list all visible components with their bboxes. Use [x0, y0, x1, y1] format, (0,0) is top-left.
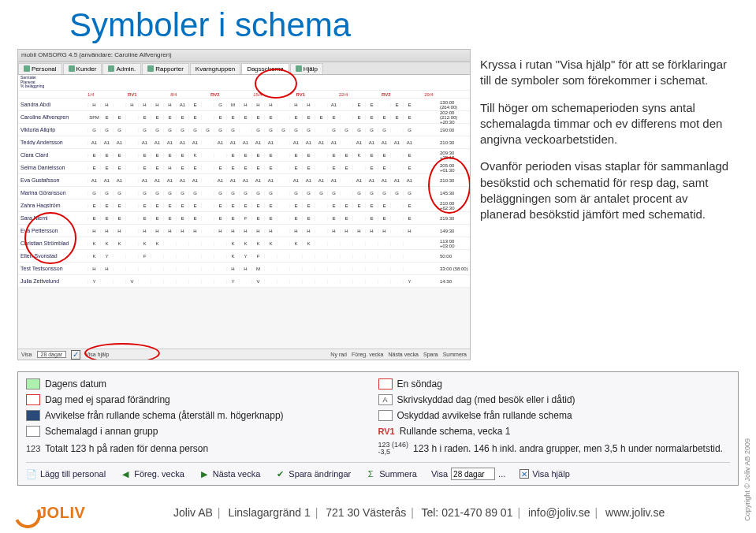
schema-cell[interactable]: E — [88, 153, 100, 158]
schema-cell[interactable]: G — [289, 191, 302, 196]
schema-cell[interactable] — [378, 241, 390, 246]
schema-cell[interactable]: E — [100, 153, 113, 158]
schema-cell[interactable] — [390, 254, 403, 259]
schema-cell[interactable]: H — [264, 102, 277, 107]
schema-cell[interactable]: E — [100, 115, 113, 120]
schema-cell[interactable]: E — [214, 216, 226, 221]
schema-cell[interactable]: G — [327, 191, 340, 196]
schema-cell[interactable]: E — [327, 216, 340, 221]
schema-cell[interactable] — [327, 279, 340, 284]
schema-cell[interactable]: E — [390, 115, 403, 120]
schema-cell[interactable] — [201, 241, 214, 246]
schema-cell[interactable] — [113, 266, 125, 271]
schema-cell[interactable]: G — [188, 191, 201, 196]
schema-cell[interactable]: A1 — [403, 140, 415, 145]
schema-cell[interactable]: E — [188, 203, 201, 208]
schema-cell[interactable] — [277, 166, 289, 170]
schema-cell[interactable]: G — [264, 191, 277, 196]
schema-cell[interactable] — [125, 266, 138, 271]
schema-cell[interactable]: A1 — [378, 140, 390, 145]
tab-rapporter[interactable]: Rapporter — [142, 63, 189, 74]
schema-cell[interactable]: H — [302, 102, 315, 107]
tab-hjalp[interactable]: Hjälp — [290, 63, 323, 74]
schema-cell[interactable]: E — [251, 203, 264, 208]
schema-cell[interactable]: F — [138, 254, 151, 259]
schema-cell[interactable]: H — [239, 229, 251, 233]
schema-cell[interactable]: H — [88, 229, 100, 233]
schema-cell[interactable]: A1 — [251, 178, 264, 183]
schema-cell[interactable] — [277, 279, 289, 284]
schema-cell[interactable] — [201, 279, 214, 284]
schema-cell[interactable]: K — [100, 241, 113, 246]
schema-cell[interactable] — [277, 102, 289, 107]
schema-cell[interactable]: E — [289, 203, 302, 208]
schema-cell[interactable] — [201, 191, 214, 196]
schema-cell[interactable]: E — [264, 166, 277, 170]
schema-cell[interactable] — [340, 178, 352, 183]
schema-cell[interactable]: G — [88, 128, 100, 132]
schema-cell[interactable]: E — [315, 115, 327, 120]
schema-cell[interactable] — [239, 128, 251, 132]
schema-cell[interactable]: A1 — [365, 140, 378, 145]
schema-cell[interactable] — [390, 203, 403, 208]
schema-cell[interactable]: E — [226, 166, 239, 170]
schema-cell[interactable]: M — [226, 102, 239, 107]
schema-cell[interactable] — [239, 279, 251, 284]
schema-cell[interactable]: E — [113, 203, 125, 208]
schema-cell[interactable] — [201, 229, 214, 233]
schema-cell[interactable] — [315, 203, 327, 208]
schema-cell[interactable]: E — [226, 153, 239, 158]
schema-cell[interactable] — [390, 166, 403, 170]
schema-cell[interactable]: H — [327, 229, 340, 233]
schema-cell[interactable] — [264, 279, 277, 284]
schema-cell[interactable]: H — [125, 102, 138, 107]
schema-cell[interactable]: G — [226, 191, 239, 196]
schema-cell[interactable]: E — [214, 115, 226, 120]
save-button[interactable]: ✔ Spara ändringar — [274, 468, 351, 479]
schema-cell[interactable]: H — [239, 102, 251, 107]
schema-cell[interactable] — [176, 266, 188, 271]
summera-button[interactable]: Summera — [443, 352, 467, 357]
schema-cell[interactable] — [151, 266, 163, 271]
schema-cell[interactable]: A1 — [100, 140, 113, 145]
schema-cell[interactable]: A1 — [113, 178, 125, 183]
schema-cell[interactable] — [302, 279, 315, 284]
schema-cell[interactable]: E — [100, 216, 113, 221]
schema-cell[interactable]: K — [226, 254, 239, 259]
schema-cell[interactable]: E — [214, 166, 226, 170]
schema-cell[interactable]: E — [365, 102, 378, 107]
schema-cell[interactable]: A1 — [214, 178, 226, 183]
schema-cell[interactable]: A1 — [302, 178, 315, 183]
schema-cell[interactable]: K — [226, 241, 239, 246]
schema-cell[interactable]: E — [151, 153, 163, 158]
schema-cell[interactable]: G — [214, 128, 226, 132]
schema-cell[interactable] — [315, 266, 327, 271]
schema-cell[interactable]: E — [302, 203, 315, 208]
schema-cell[interactable]: H — [138, 102, 151, 107]
schema-cell[interactable] — [277, 241, 289, 246]
schema-cell[interactable] — [365, 241, 378, 246]
schema-cell[interactable]: A1 — [302, 140, 315, 145]
schema-cell[interactable]: A1 — [88, 140, 100, 145]
schema-cell[interactable]: E — [188, 166, 201, 170]
schema-cell[interactable]: G — [239, 191, 251, 196]
schema-cell[interactable]: A1 — [214, 140, 226, 145]
schema-cell[interactable] — [201, 166, 214, 170]
schema-cell[interactable]: SFM — [88, 115, 100, 120]
schema-cell[interactable]: E — [302, 166, 315, 170]
schema-cell[interactable] — [201, 140, 214, 145]
schema-cell[interactable]: A1 — [226, 178, 239, 183]
schema-cell[interactable]: A1 — [88, 178, 100, 183]
schema-cell[interactable]: A1 — [289, 140, 302, 145]
schema-cell[interactable] — [188, 279, 201, 284]
add-personal-button[interactable]: 📄 Lägg till personal — [26, 468, 106, 479]
schema-cell[interactable]: H — [251, 229, 264, 233]
schema-cell[interactable] — [201, 115, 214, 120]
schema-cell[interactable]: E — [403, 115, 415, 120]
schema-cell[interactable]: E — [264, 203, 277, 208]
schema-cell[interactable] — [138, 266, 151, 271]
schema-cell[interactable]: A1 — [226, 140, 239, 145]
schema-cell[interactable]: A1 — [188, 140, 201, 145]
schema-cell[interactable] — [289, 254, 302, 259]
schema-cell[interactable] — [176, 279, 188, 284]
